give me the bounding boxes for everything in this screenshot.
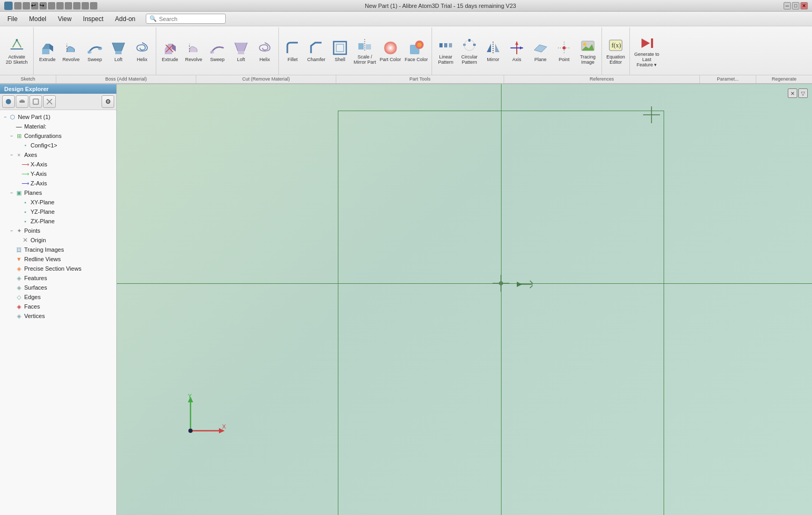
tree-item-xy-plane[interactable]: ▪ XY-Plane (0, 197, 116, 207)
tree-label-faces: Faces (24, 303, 40, 310)
tree-item-edges[interactable]: ◇ Edges (0, 292, 116, 302)
tree-item-vertices[interactable]: ◈ Vertices (0, 311, 116, 321)
qat-icon-5[interactable] (48, 2, 55, 9)
circular-pattern-button[interactable]: CircularPattern (458, 35, 481, 67)
sketch-section-label: Sketch (0, 75, 56, 83)
qat-icon-2[interactable] (23, 2, 30, 9)
fillet-icon (284, 39, 301, 56)
menu-model[interactable]: Model (24, 14, 52, 24)
shell-button[interactable]: Shell (328, 37, 352, 65)
tree-item-new-part[interactable]: − ⬡ New Part (1) (0, 112, 116, 122)
sweep-cut-button[interactable]: Sweep (206, 37, 229, 65)
de-settings-button[interactable]: ⚙ (102, 95, 114, 108)
loft-boss-button[interactable]: Loft (107, 37, 130, 65)
generate-last-feature-button[interactable]: Generate toLast Feature ▾ (632, 32, 661, 70)
menu-view[interactable]: View (53, 14, 77, 24)
cut-section-label: Cut (Remove Material) (196, 75, 336, 83)
part-color-button[interactable]: Part Color (378, 37, 403, 65)
tree-item-origin[interactable]: ✕ Origin (0, 235, 116, 245)
point-button[interactable]: Point (553, 37, 576, 65)
face-color-button[interactable]: Face Color (403, 37, 429, 65)
window-controls[interactable]: ─ □ ✕ (784, 2, 808, 9)
tree-item-material[interactable]: — Material: (0, 122, 116, 131)
qat-icon-6[interactable] (56, 2, 64, 9)
tree-item-planes[interactable]: − ▣ Planes (0, 188, 116, 197)
maximize-button[interactable]: □ (792, 2, 799, 9)
tree-label-new-part: New Part (1) (18, 114, 51, 120)
design-explorer-panel: Design Explorer ⚙ − ⬡ New Pa (0, 84, 117, 515)
revolve-boss-button[interactable]: Revolve (59, 37, 83, 65)
svg-rect-54 (651, 38, 653, 48)
tree-expand-points[interactable]: − (8, 227, 15, 234)
qat-icon-1[interactable] (14, 2, 22, 9)
helix-cut-button[interactable]: Helix (253, 37, 276, 65)
tree-expand-configurations[interactable]: − (8, 133, 15, 139)
search-box[interactable]: 🔍 (146, 14, 226, 24)
fillet-button[interactable]: Fillet (281, 37, 304, 65)
tree-item-config1[interactable]: ▪ Config<1> (0, 141, 116, 150)
menu-file[interactable]: File (2, 14, 23, 24)
viewport-close-button[interactable]: ✕ (788, 88, 797, 98)
chamfer-button[interactable]: Chamfer (305, 37, 328, 65)
close-button[interactable]: ✕ (800, 2, 808, 9)
extrude-cut-button[interactable]: Extrude (158, 37, 182, 65)
de-icon-view1[interactable] (2, 95, 15, 108)
sweep-boss-button[interactable]: Sweep (83, 37, 106, 65)
linear-pattern-button[interactable]: LinearPattern (434, 35, 457, 67)
zx-plane-icon: ▪ (21, 217, 29, 225)
tree-item-surfaces[interactable]: ◈ Surfaces (0, 283, 116, 292)
qat-undo[interactable]: ↩ (31, 2, 38, 9)
menu-addon[interactable]: Add-on (110, 14, 141, 24)
equation-editor-icon: f(x) (607, 37, 624, 54)
axis-button[interactable]: Axis (505, 37, 528, 65)
tree-expand-new-part[interactable]: − (2, 114, 8, 120)
tracing-image-button[interactable]: TracingImage (576, 35, 599, 67)
tree-item-zx-plane[interactable]: ▪ ZX-Plane (0, 216, 116, 226)
plane-button[interactable]: Plane (529, 37, 552, 65)
tree-item-redline-views[interactable]: ▼ Redline Views (0, 254, 116, 264)
tree-expand-faces (8, 303, 15, 310)
de-icon-view3[interactable] (29, 95, 42, 108)
tree-item-x-axis[interactable]: ⟶ X-Axis (0, 160, 116, 169)
scale-mirror-part-button[interactable]: Scale /Mirror Part (352, 35, 378, 67)
tree-item-features[interactable]: ◈ Features (0, 273, 116, 283)
qat-icon-10[interactable] (90, 2, 97, 9)
extrude-boss-button[interactable]: Extrude (36, 37, 59, 65)
qat-redo[interactable]: ↪ (39, 2, 47, 9)
loft-cut-button[interactable]: Loft (229, 37, 253, 65)
helix-cut-label: Helix (259, 57, 270, 63)
qat-icon-8[interactable] (73, 2, 81, 9)
viewport-maximize-button[interactable]: ▽ (798, 88, 808, 98)
svg-line-64 (530, 281, 533, 283)
svg-marker-12 (165, 44, 172, 49)
de-icon-view2[interactable] (16, 95, 28, 108)
tree-item-axes[interactable]: − × Axes (0, 150, 116, 160)
move-handle[interactable] (517, 276, 538, 292)
menu-inspect[interactable]: Inspect (78, 14, 109, 24)
minimize-button[interactable]: ─ (784, 2, 791, 9)
revolve-cut-button[interactable]: Revolve (182, 37, 205, 65)
svg-point-6 (98, 47, 102, 50)
search-input[interactable] (159, 16, 222, 22)
tree-item-yz-plane[interactable]: ▪ YZ-Plane (0, 207, 116, 216)
tree-item-z-axis[interactable]: ⟶ Z-Axis (0, 179, 116, 188)
de-icon-view4[interactable] (43, 95, 56, 108)
tree-item-y-axis[interactable]: ⟶ Y-Axis (0, 169, 116, 179)
mirror-button[interactable]: Mirror (482, 37, 505, 65)
mirror-icon (485, 39, 502, 56)
tree-item-precise-section-views[interactable]: ◈ Precise Section Views (0, 264, 116, 273)
tree-expand-axes[interactable]: − (8, 152, 15, 158)
sweep-cut-label: Sweep (210, 57, 225, 63)
tree-item-points[interactable]: − ✦ Points (0, 226, 116, 235)
activate-2d-sketch-button[interactable]: Activate2D Sketch (4, 35, 29, 67)
qat-icon-9[interactable] (82, 2, 89, 9)
fillet-label: Fillet (287, 57, 297, 63)
tree-expand-planes[interactable]: − (8, 190, 15, 196)
qat-icon-7[interactable] (65, 2, 72, 9)
viewport[interactable]: ✕ ▽ (117, 84, 812, 515)
tree-item-tracing-images[interactable]: 🖼 Tracing Images (0, 245, 116, 254)
equation-editor-button[interactable]: f(x) EquationEditor (604, 35, 627, 67)
tree-item-faces[interactable]: ◈ Faces (0, 302, 116, 311)
helix-boss-button[interactable]: Helix (131, 37, 154, 65)
tree-item-configurations[interactable]: − ⊞ Configurations (0, 131, 116, 141)
